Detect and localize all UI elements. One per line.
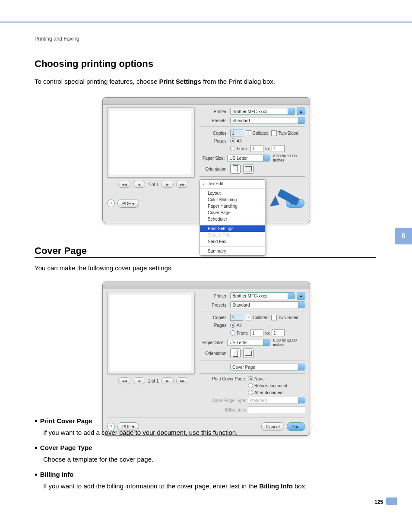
dd-secure-print[interactable]: Secure Print bbox=[200, 232, 265, 238]
collated-checkbox[interactable]: ✓Collated bbox=[246, 130, 269, 136]
pages-label: Pages: bbox=[200, 323, 228, 328]
panel-select[interactable]: Cover Page bbox=[230, 364, 305, 370]
preview-pane bbox=[107, 108, 194, 177]
cover-page-type-select: standard bbox=[248, 397, 305, 404]
heading-printing-options: Choosing printing options bbox=[35, 58, 153, 70]
nav-last-icon[interactable]: ▶▶ bbox=[176, 181, 188, 188]
dd-scheduler[interactable]: Scheduler bbox=[200, 216, 265, 222]
printer-status-icon[interactable]: ▲ bbox=[297, 292, 305, 300]
papersize-dim: 8.50 by 11.00 inches bbox=[273, 338, 305, 347]
print-dialog-2: ◀◀ ◀ 1 of 1 ▶ ▶▶ Printer: Brother MFC-xx… bbox=[102, 282, 310, 436]
orientation-portrait-icon[interactable] bbox=[230, 348, 241, 358]
dd-summary[interactable]: Summary bbox=[200, 248, 265, 254]
presets-select[interactable]: Standard bbox=[230, 301, 305, 308]
pages-from-radio[interactable]: From: bbox=[230, 330, 248, 336]
presets-select[interactable]: Standard bbox=[230, 117, 305, 124]
chapter-tab: 8 bbox=[395, 228, 412, 244]
preview-pane bbox=[107, 292, 194, 374]
collated-checkbox[interactable]: ✓Collated bbox=[246, 315, 269, 320]
papersize-dim: 8.50 by 11.00 inches bbox=[273, 154, 305, 162]
cover-before-radio[interactable]: Before document bbox=[248, 383, 287, 388]
printer-select[interactable]: Brother MFC-xxxx bbox=[230, 292, 295, 299]
pages-all-radio[interactable]: All bbox=[230, 138, 241, 143]
pages-to-label: to: bbox=[265, 146, 270, 151]
dd-cover-page[interactable]: Cover Page bbox=[200, 209, 265, 216]
papersize-label: Paper Size: bbox=[200, 340, 225, 345]
printer-label: Printer: bbox=[200, 109, 228, 114]
breadcrumb: Printing and Faxing bbox=[35, 36, 79, 42]
nav-prev-icon[interactable]: ◀ bbox=[133, 181, 145, 188]
dd-paper-handling[interactable]: Paper Handling bbox=[200, 203, 265, 209]
pages-from-radio[interactable]: From: bbox=[230, 146, 248, 151]
copies-input[interactable]: 1 bbox=[230, 130, 243, 136]
paragraph-cover-page: You can make the following cover page se… bbox=[35, 264, 173, 272]
orientation-landscape-icon[interactable] bbox=[243, 348, 254, 358]
billing-info-label: Billing Info: bbox=[200, 408, 246, 412]
nav-first-icon[interactable]: ◀◀ bbox=[118, 377, 130, 384]
pages-to-label: to: bbox=[265, 331, 270, 336]
papersize-select[interactable]: US Letter bbox=[227, 339, 270, 346]
print-cover-page-label: Print Cover Page: bbox=[200, 377, 246, 381]
nav-next-icon[interactable]: ▶ bbox=[162, 377, 174, 384]
dd-color-matching[interactable]: Color Matching bbox=[200, 196, 265, 203]
printer-select[interactable]: Brother MFC-xxxx bbox=[230, 108, 295, 115]
pages-label: Pages: bbox=[200, 139, 228, 143]
dd-print-settings[interactable]: Print Settings bbox=[200, 225, 265, 232]
nav-prev-icon[interactable]: ◀ bbox=[133, 377, 145, 384]
copies-input[interactable]: 1 bbox=[230, 314, 243, 321]
bullet-cover-page-type-body: Choose a template for the cover page. bbox=[43, 456, 376, 463]
printer-label: Printer: bbox=[200, 294, 228, 298]
bullet-billing-info: Billing Info bbox=[35, 471, 376, 478]
pages-to-input[interactable]: 1 bbox=[272, 329, 285, 336]
papersize-select[interactable]: US Letter bbox=[227, 155, 270, 162]
pages-to-input[interactable]: 1 bbox=[272, 145, 285, 152]
printer-status-icon[interactable]: ▲ bbox=[297, 108, 305, 115]
bullet-print-cover-page-body: If you want to add a cover page to your … bbox=[43, 429, 376, 436]
papersize-label: Paper Size: bbox=[200, 156, 225, 161]
pages-all-radio[interactable]: All bbox=[230, 323, 241, 328]
nav-first-icon[interactable]: ◀◀ bbox=[118, 181, 130, 188]
panel-dropdown[interactable]: TextEdit Layout Color Matching Paper Han… bbox=[200, 179, 265, 256]
print-dialog-1: ◀◀ ◀ 1 of 1 ▶ ▶▶ Printer: Brother MFC-xx… bbox=[102, 97, 310, 223]
bullet-billing-info-body: If you want to add the billing informati… bbox=[43, 482, 376, 490]
cover-page-type-label: Cover Page Type: bbox=[200, 398, 246, 403]
copies-label: Copies: bbox=[200, 315, 228, 320]
pages-from-input[interactable]: 1 bbox=[250, 329, 263, 336]
twosided-checkbox[interactable]: Two-Sided bbox=[271, 315, 298, 320]
orientation-label: Orientation: bbox=[200, 167, 228, 171]
nav-count: 1 of 1 bbox=[148, 379, 158, 383]
bullet-print-cover-page: Print Cover Page bbox=[35, 417, 376, 424]
billing-info-input[interactable] bbox=[248, 406, 305, 413]
preview-nav: ◀◀ ◀ 1 of 1 ▶ ▶▶ bbox=[107, 377, 200, 384]
twosided-checkbox[interactable]: Two-Sided bbox=[271, 130, 298, 136]
nav-count: 1 of 1 bbox=[148, 182, 158, 187]
nav-last-icon[interactable]: ▶▶ bbox=[176, 377, 188, 384]
paragraph-intro: To control special printing features, ch… bbox=[35, 78, 275, 85]
orientation-landscape-icon[interactable] bbox=[243, 164, 254, 174]
dd-send-fax[interactable]: Send Fax bbox=[200, 238, 265, 245]
dd-textedit[interactable]: TextEdit bbox=[200, 180, 265, 187]
presets-label: Presets: bbox=[200, 303, 228, 307]
help-button[interactable]: ? bbox=[107, 200, 115, 207]
heading-cover-page: Cover Page bbox=[35, 245, 87, 256]
dd-layout[interactable]: Layout bbox=[200, 190, 265, 196]
nav-next-icon[interactable]: ▶ bbox=[162, 181, 174, 188]
cover-none-radio[interactable]: None bbox=[248, 376, 265, 381]
presets-label: Presets: bbox=[200, 118, 228, 123]
orientation-portrait-icon[interactable] bbox=[230, 164, 241, 174]
pages-from-input[interactable]: 1 bbox=[250, 145, 263, 152]
bullet-cover-page-type: Cover Page Type bbox=[35, 444, 376, 451]
preview-nav: ◀◀ ◀ 1 of 1 ▶ ▶▶ bbox=[107, 181, 200, 188]
copies-label: Copies: bbox=[200, 131, 228, 136]
cover-page-options-list: Print Cover Page If you want to add a co… bbox=[35, 417, 376, 497]
page-number: 125 bbox=[374, 499, 383, 505]
orientation-label: Orientation: bbox=[200, 351, 228, 356]
cover-after-radio[interactable]: After document bbox=[248, 390, 284, 395]
pdf-button[interactable]: PDF ▾ bbox=[117, 199, 139, 208]
